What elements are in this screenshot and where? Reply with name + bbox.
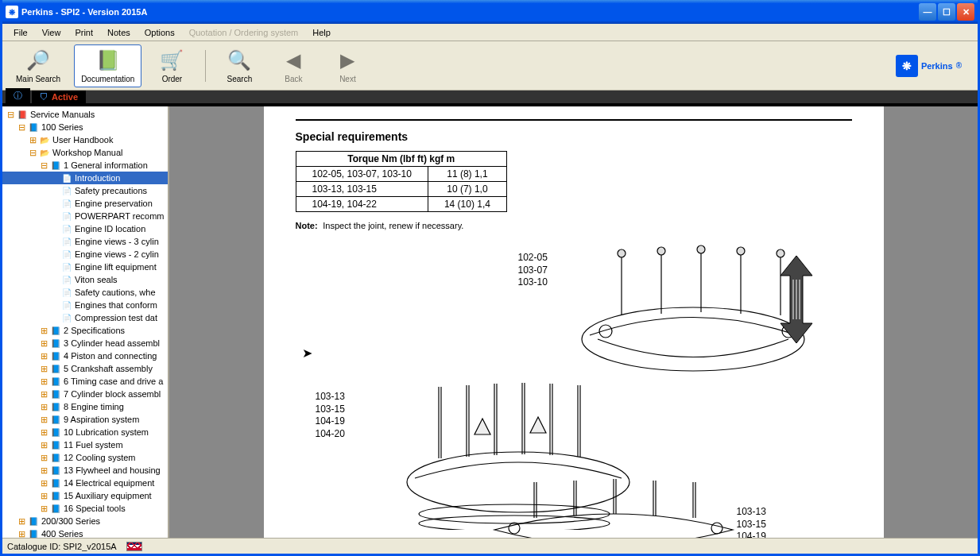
tree-toggle-icon[interactable] [17, 122, 26, 132]
tree-node[interactable]: POWERPART recomm [2, 210, 168, 222]
tree-node[interactable]: 1 General information [2, 159, 168, 172]
tree-node[interactable]: Engine ID location [2, 222, 168, 235]
tree-node[interactable]: 9 Aspiration system [2, 413, 168, 426]
tree-toggle-icon[interactable] [39, 465, 48, 475]
tree-node[interactable]: 8 Engine timing [2, 400, 168, 413]
folder-icon [50, 439, 61, 450]
tree-toggle-icon[interactable] [39, 326, 48, 335]
tree-toggle-icon[interactable] [39, 504, 48, 513]
tree-node[interactable]: User Handbook [2, 133, 168, 146]
tree-toggle-icon[interactable] [28, 148, 37, 157]
folderopen-icon [39, 147, 50, 158]
tree-label: 14 Electrical equipment [64, 478, 154, 488]
tree-node[interactable]: 2 Specifications [2, 324, 168, 337]
torque-table: Torque Nm (lbf ft) kgf m 102-05, 103-07,… [296, 151, 507, 212]
main-search-button[interactable]: 🔎 Main Search [9, 44, 68, 87]
tree-node[interactable]: Engine views - 2 cylin [2, 248, 168, 261]
order-button[interactable]: 🛒 Order [148, 44, 196, 87]
tree-node[interactable]: 200/300 Series [2, 515, 168, 527]
statusbar: Catalogue ID: SPI2_v2015A [2, 538, 978, 554]
main-search-icon: 🔎 [25, 48, 51, 73]
tree-toggle-icon[interactable] [39, 402, 48, 411]
tree-toggle-icon[interactable] [39, 376, 48, 386]
tree-toggle-icon[interactable] [39, 338, 48, 348]
tree-toggle-icon[interactable] [39, 440, 48, 450]
tree-label: Engines that conform [75, 300, 157, 310]
tree-node[interactable]: 100 Series [2, 121, 168, 133]
next-icon: ▶ [335, 48, 360, 73]
tree-node[interactable]: Engine lift equipment [2, 261, 168, 273]
tree-node[interactable]: 5 Crankshaft assembly [2, 362, 168, 375]
tree-label: 100 Series [41, 122, 83, 132]
document-viewer[interactable]: Special requirements Torque Nm (lbf ft) … [169, 106, 978, 538]
maximize-button[interactable]: ☐ [938, 3, 955, 21]
folder-icon [50, 427, 61, 438]
tree-label: 5 Crankshaft assembly [64, 364, 153, 373]
sidebar[interactable]: Service Manuals100 SeriesUser HandbookWo… [2, 106, 169, 538]
menu-print[interactable]: Print [68, 26, 99, 39]
tree-node[interactable]: Introduction [2, 172, 168, 184]
tree-toggle-icon[interactable] [6, 110, 15, 119]
menu-view[interactable]: View [36, 26, 68, 39]
tree-toggle-icon[interactable] [39, 364, 48, 373]
tree-node[interactable]: Engines that conform [2, 299, 168, 311]
tree-node[interactable]: 11 Fuel system [2, 438, 168, 451]
tree-node[interactable]: 3 Cylinder head assembl [2, 337, 168, 349]
folder-icon [50, 325, 61, 336]
folder-icon [50, 363, 61, 374]
menu-help[interactable]: Help [306, 26, 337, 39]
tree-toggle-icon[interactable] [39, 389, 48, 399]
titlebar: ❋ Perkins - SPI2 - Version 2015A ― ☐ ✕ [2, 0, 978, 24]
tree-node[interactable]: 400 Series [2, 527, 168, 538]
tree-node[interactable]: 4 Piston and connecting [2, 349, 168, 362]
tree-toggle-icon[interactable] [39, 491, 48, 500]
section-title: Special requirements [296, 130, 852, 143]
filter-icon: ⛉ [40, 92, 48, 102]
tab-active[interactable]: ⛉ Active [32, 91, 86, 103]
tree-toggle-icon[interactable] [39, 478, 48, 488]
tree-node[interactable]: Engine preservation [2, 197, 168, 210]
tree-node[interactable]: Engine views - 3 cylin [2, 235, 168, 248]
tab-info[interactable]: ⓘ [6, 88, 30, 103]
tree-toggle-icon[interactable] [39, 453, 48, 462]
back-icon: ◀ [281, 48, 306, 73]
menu-notes[interactable]: Notes [101, 26, 137, 39]
tree-toggle-icon[interactable] [39, 415, 48, 424]
tree-toggle-icon[interactable] [28, 135, 37, 145]
close-button[interactable]: ✕ [957, 3, 974, 21]
svg-point-4 [657, 247, 665, 255]
search-button[interactable]: 🔍 Search [215, 44, 263, 87]
tree-label: 9 Aspiration system [64, 415, 139, 424]
tree-node[interactable]: 13 Flywheel and housing [2, 464, 168, 477]
tree-node[interactable]: Viton seals [2, 273, 168, 286]
tree-toggle-icon[interactable] [39, 160, 48, 170]
tree-toggle-icon[interactable] [39, 351, 48, 361]
tree-node[interactable]: 10 Lubrication system [2, 426, 168, 438]
tree-toggle-icon[interactable] [17, 516, 26, 526]
tree-node[interactable]: 12 Cooling system [2, 451, 168, 464]
menu-file[interactable]: File [7, 26, 34, 39]
tree-node[interactable]: Workshop Manual [2, 146, 168, 159]
doc-icon [61, 223, 72, 234]
menu-options[interactable]: Options [138, 26, 181, 39]
tree-label: Safety precautions [75, 186, 147, 195]
table-header: Torque Nm (lbf ft) kgf m [296, 152, 506, 167]
tree-node[interactable]: 14 Electrical equipment [2, 477, 168, 489]
doc-icon [61, 185, 72, 196]
documentation-button[interactable]: 📗 Documentation [74, 44, 141, 87]
tree-node[interactable]: 7 Cylinder block assembl [2, 388, 168, 400]
tree-toggle-icon[interactable] [17, 529, 26, 538]
svg-point-45 [711, 523, 722, 534]
status-catalogue: Catalogue ID: SPI2_v2015A [7, 542, 117, 551]
tree-node[interactable]: Service Manuals [2, 108, 168, 121]
tree-node[interactable]: 16 Special tools [2, 502, 168, 515]
tree-toggle-icon[interactable] [39, 427, 48, 437]
tree-node[interactable]: Compression test dat [2, 311, 168, 324]
svg-marker-31 [530, 417, 546, 433]
doc-icon [61, 274, 72, 285]
tree-node[interactable]: 6 Timing case and drive a [2, 375, 168, 388]
tree-node[interactable]: Safety cautions, whe [2, 286, 168, 299]
minimize-button[interactable]: ― [919, 3, 936, 21]
tree-node[interactable]: Safety precautions [2, 184, 168, 197]
tree-node[interactable]: 15 Auxiliary equipment [2, 489, 168, 502]
